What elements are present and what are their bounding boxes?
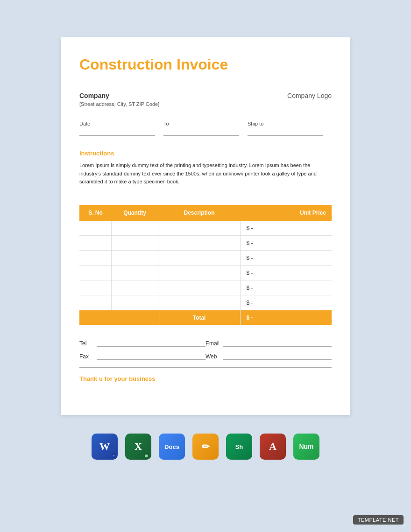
watermark: TEMPLATE.NET [353, 515, 404, 525]
table-header-row: S. No Quantity Description Unit Price [79, 205, 332, 221]
total-label: Total [158, 310, 241, 325]
footer-tel-group: Tel [79, 339, 206, 347]
app-icons-bar: W ≡ X ▦ Docs ✏ Sh A Num [92, 434, 319, 460]
header-description: Description [158, 205, 241, 221]
cell-description [158, 236, 241, 251]
company-info: Company [Street address, City, ST ZIP Co… [79, 92, 159, 107]
company-row: Company [Street address, City, ST ZIP Co… [79, 92, 332, 107]
footer-email-group: Email [206, 339, 332, 347]
thank-you-text: Thank u for your business [79, 375, 332, 382]
word-icon[interactable]: W ≡ [92, 434, 118, 460]
email-input-line[interactable] [223, 339, 332, 347]
footer-tel-email-row: Tel Email [79, 339, 332, 347]
ship-to-label: Ship to [248, 121, 332, 126]
cell-description [158, 295, 241, 310]
cell-description [158, 280, 241, 295]
tel-input-line[interactable] [97, 339, 206, 347]
instructions-label: Instructions [79, 150, 332, 157]
price-value: - [251, 240, 253, 246]
cell-price: $ - [241, 280, 332, 295]
footer-contact: Tel Email Fax Web Thank u for your busin… [79, 339, 332, 382]
cell-price: $ - [241, 251, 332, 266]
currency-symbol: $ [246, 285, 249, 291]
total-currency: $ [246, 315, 249, 321]
word-letter: W [99, 441, 110, 453]
cell-sno [79, 221, 112, 236]
total-value: - [251, 315, 253, 321]
table-row: $ - [79, 251, 332, 266]
numbers-icon[interactable]: Num [293, 434, 319, 460]
cell-sno [79, 236, 112, 251]
table-row: $ - [79, 295, 332, 310]
cell-sno [79, 280, 112, 295]
ship-to-input-line[interactable] [248, 128, 323, 136]
footer-fax-web-row: Fax Web [79, 352, 332, 360]
cell-price: $ - [241, 236, 332, 251]
google-sheets-icon[interactable]: Sh [226, 434, 252, 460]
fax-input-line[interactable] [97, 352, 206, 360]
footer-divider [79, 367, 332, 368]
table-row: $ - [79, 221, 332, 236]
instructions-body: Lorem Ipsum is simply dummy text of the … [79, 161, 332, 186]
company-address: [Street address, City, ST ZIP Code] [79, 101, 159, 107]
price-value: - [251, 285, 253, 291]
to-field-group: To [163, 121, 248, 136]
excel-letter: X [135, 441, 142, 453]
header-quantity: Quantity [112, 205, 158, 221]
cell-sno [79, 295, 112, 310]
cell-description [158, 221, 241, 236]
cell-price: $ - [241, 295, 332, 310]
email-label: Email [206, 340, 220, 347]
company-name: Company [79, 92, 159, 99]
cell-quantity [112, 266, 158, 280]
cell-quantity [112, 221, 158, 236]
date-input-line[interactable] [79, 128, 155, 136]
excel-icon[interactable]: X ▦ [125, 434, 151, 460]
date-field-group: Date [79, 121, 163, 136]
cell-description [158, 251, 241, 266]
header-sno: S. No [79, 205, 112, 221]
instructions-section: Instructions Lorem Ipsum is simply dummy… [79, 150, 332, 186]
cell-quantity [112, 295, 158, 310]
table-row: $ - [79, 266, 332, 280]
cell-quantity [112, 280, 158, 295]
footer-web-group: Web [206, 352, 332, 360]
total-price: $ - [241, 310, 332, 325]
tel-label: Tel [79, 340, 93, 347]
currency-symbol: $ [246, 240, 249, 246]
header-unit-price: Unit Price [241, 205, 332, 221]
date-label: Date [79, 121, 163, 126]
line-items-table: S. No Quantity Description Unit Price $ … [79, 205, 332, 326]
cell-sno [79, 266, 112, 280]
cell-quantity [112, 236, 158, 251]
to-input-line[interactable] [163, 128, 239, 136]
invoice-title: Construction Invoice [79, 56, 332, 73]
price-value: - [251, 255, 253, 261]
google-docs-icon[interactable]: Docs [159, 434, 185, 460]
price-value: - [251, 225, 253, 231]
to-label: To [163, 121, 248, 126]
table-row: $ - [79, 280, 332, 295]
table-row: $ - [79, 236, 332, 251]
cell-price: $ - [241, 266, 332, 280]
pages-icon[interactable]: ✏ [192, 434, 219, 460]
acrobat-icon[interactable]: A [260, 434, 286, 460]
price-value: - [251, 270, 253, 276]
currency-symbol: $ [246, 300, 249, 306]
ship-to-field-group: Ship to [248, 121, 332, 136]
fax-label: Fax [79, 353, 93, 360]
invoice-document: Construction Invoice Company [Street add… [61, 37, 350, 415]
price-value: - [251, 300, 253, 306]
cell-quantity [112, 251, 158, 266]
cell-price: $ - [241, 221, 332, 236]
total-row: Total $ - [79, 310, 332, 325]
currency-symbol: $ [246, 255, 249, 261]
cell-sno [79, 251, 112, 266]
web-label: Web [206, 353, 220, 360]
footer-fax-group: Fax [79, 352, 206, 360]
currency-symbol: $ [246, 270, 249, 276]
company-logo: Company Logo [287, 92, 332, 99]
date-to-row: Date To Ship to [79, 121, 332, 136]
web-input-line[interactable] [223, 352, 332, 360]
total-empty [79, 310, 158, 325]
